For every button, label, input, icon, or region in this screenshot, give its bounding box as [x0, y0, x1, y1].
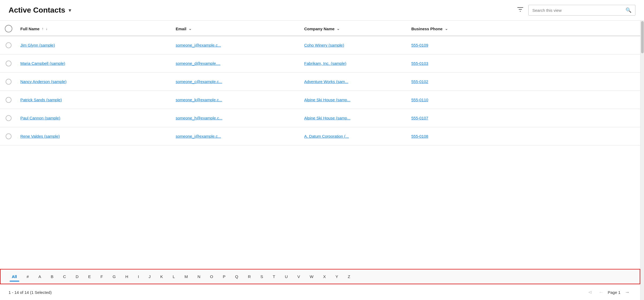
- row-checkbox[interactable]: [6, 133, 12, 139]
- alpha-bar-item-x[interactable]: X: [318, 272, 331, 281]
- cell-phone: 555-0110: [408, 98, 640, 102]
- row-checkbox[interactable]: [6, 97, 12, 103]
- alpha-bar-item-#[interactable]: #: [22, 272, 33, 281]
- email-link[interactable]: someone_c@example.c...: [176, 79, 222, 84]
- email-link[interactable]: someone_i@example.c...: [176, 134, 221, 138]
- row-checkbox[interactable]: [6, 115, 12, 121]
- fullname-link[interactable]: Patrick Sands (sample): [20, 98, 62, 102]
- col-label-fullname: Full Name: [20, 27, 40, 31]
- alpha-bar-item-l[interactable]: L: [168, 272, 180, 281]
- alpha-bar-item-g[interactable]: G: [108, 272, 120, 281]
- row-checkbox[interactable]: [6, 61, 12, 66]
- row-checkbox-col: [0, 61, 17, 66]
- header-checkbox-col: [0, 25, 17, 32]
- cell-company: A. Datum Corporation (...: [301, 134, 408, 138]
- cell-phone: 555-0108: [408, 134, 640, 138]
- alpha-bar-item-f[interactable]: F: [96, 272, 108, 281]
- alpha-bar-item-h[interactable]: H: [120, 272, 133, 281]
- row-checkbox-col: [0, 115, 17, 121]
- alpha-bar-item-e[interactable]: E: [83, 272, 96, 281]
- alpha-bar-item-j[interactable]: J: [144, 272, 156, 281]
- fullname-link[interactable]: Nancy Anderson (sample): [20, 79, 67, 84]
- header: Active Contacts ▾ 🔍: [0, 0, 644, 21]
- cell-email: someone_d@example....: [172, 61, 301, 66]
- cell-email: someone_c@example.c...: [172, 79, 301, 84]
- alpha-bar-item-n[interactable]: N: [193, 272, 205, 281]
- alpha-bar-item-c[interactable]: C: [58, 272, 71, 281]
- header-right: 🔍: [517, 5, 635, 16]
- page-label: Page 1: [608, 290, 620, 295]
- alpha-bar-item-y[interactable]: Y: [331, 272, 343, 281]
- company-link[interactable]: Fabrikam, Inc. (sample): [304, 61, 347, 66]
- alpha-bar-item-a[interactable]: A: [34, 272, 46, 281]
- phone-link[interactable]: 555-0108: [411, 134, 428, 138]
- phone-sort-icon[interactable]: ⌄: [445, 27, 448, 31]
- alpha-bar-item-d[interactable]: D: [71, 272, 83, 281]
- alpha-bar-item-t[interactable]: T: [268, 272, 280, 281]
- company-link[interactable]: Adventure Works (sam...: [304, 79, 348, 84]
- main-content: Full Name ↑ ↓ Email ⌄ Company Name ⌄ Bus…: [0, 21, 644, 300]
- col-header-phone: Business Phone ⌄: [408, 27, 640, 31]
- company-link[interactable]: Coho Winery (sample): [304, 43, 344, 47]
- cell-phone: 555-0102: [408, 79, 640, 84]
- row-checkbox[interactable]: [6, 42, 12, 48]
- cell-fullname: Nancy Anderson (sample): [17, 79, 172, 84]
- alpha-bar-item-u[interactable]: U: [280, 272, 293, 281]
- fullname-link[interactable]: Paul Cannon (sample): [20, 116, 60, 120]
- company-sort-icon[interactable]: ⌄: [337, 27, 340, 31]
- alpha-bar-item-all[interactable]: All: [7, 272, 22, 281]
- company-link[interactable]: Alpine Ski House (samp...: [304, 116, 351, 120]
- footer-pagination: ⊲ ← Page 1 →: [586, 288, 632, 296]
- alpha-bar-item-k[interactable]: K: [156, 272, 168, 281]
- search-box: 🔍: [528, 5, 635, 16]
- phone-link[interactable]: 555-0107: [411, 116, 428, 120]
- alpha-bar-item-o[interactable]: O: [205, 272, 218, 281]
- cell-fullname: Paul Cannon (sample): [17, 116, 172, 120]
- cell-email: someone_i@example.c...: [172, 134, 301, 138]
- select-all-checkbox[interactable]: [5, 25, 12, 32]
- col-label-email: Email: [176, 27, 186, 31]
- alpha-bar-item-b[interactable]: B: [46, 272, 58, 281]
- phone-link[interactable]: 555-0110: [411, 98, 428, 102]
- alpha-bar-item-m[interactable]: M: [180, 272, 193, 281]
- search-input[interactable]: [532, 8, 626, 13]
- fullname-link[interactable]: Jim Glynn (sample): [20, 43, 55, 47]
- prev-page-button[interactable]: ←: [596, 288, 605, 296]
- phone-link[interactable]: 555-0109: [411, 43, 428, 47]
- scrollbar-thumb[interactable]: [641, 21, 644, 53]
- next-page-button[interactable]: →: [623, 288, 632, 296]
- fullname-link[interactable]: Maria Campbell (sample): [20, 61, 65, 66]
- email-link[interactable]: someone_k@example.c...: [176, 98, 222, 102]
- row-checkbox-col: [0, 133, 17, 139]
- email-link[interactable]: someone_j@example.c...: [176, 43, 221, 47]
- email-link[interactable]: someone_d@example....: [176, 61, 220, 66]
- row-checkbox-col: [0, 79, 17, 85]
- cell-phone: 555-0109: [408, 43, 640, 47]
- phone-link[interactable]: 555-0102: [411, 79, 428, 84]
- cell-fullname: Patrick Sands (sample): [17, 98, 172, 102]
- row-checkbox[interactable]: [6, 79, 12, 85]
- cell-fullname: Maria Campbell (sample): [17, 61, 172, 66]
- alpha-bar-item-v[interactable]: V: [293, 272, 305, 281]
- company-link[interactable]: Alpine Ski House (samp...: [304, 98, 351, 102]
- sort-up-icon[interactable]: ↑: [42, 27, 44, 31]
- alpha-bar-item-s[interactable]: S: [256, 272, 268, 281]
- first-page-button[interactable]: ⊲: [586, 288, 594, 296]
- alpha-bar-item-w[interactable]: W: [305, 272, 318, 281]
- filter-icon[interactable]: [517, 6, 524, 15]
- company-link[interactable]: A. Datum Corporation (...: [304, 134, 349, 138]
- fullname-link[interactable]: Rene Valdes (sample): [20, 134, 60, 138]
- cell-company: Alpine Ski House (samp...: [301, 98, 408, 102]
- email-sort-icon[interactable]: ⌄: [189, 27, 192, 31]
- alpha-bar-item-q[interactable]: Q: [230, 272, 243, 281]
- alpha-bar-item-z[interactable]: Z: [343, 272, 355, 281]
- email-link[interactable]: someone_h@example.c...: [176, 116, 223, 120]
- sort-down-icon[interactable]: ↓: [46, 27, 48, 31]
- cell-company: Fabrikam, Inc. (sample): [301, 61, 408, 66]
- alpha-bar-item-r[interactable]: R: [243, 272, 256, 281]
- title-dropdown-icon[interactable]: ▾: [69, 7, 71, 13]
- alpha-bar-item-i[interactable]: I: [133, 272, 144, 281]
- alpha-bar-item-p[interactable]: P: [218, 272, 230, 281]
- scrollbar-track[interactable]: [640, 21, 644, 300]
- phone-link[interactable]: 555-0103: [411, 61, 428, 66]
